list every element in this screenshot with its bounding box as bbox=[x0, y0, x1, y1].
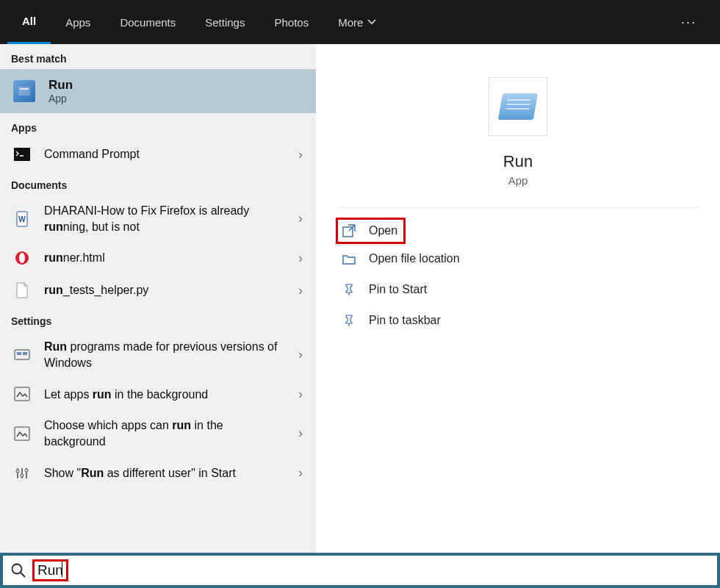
pin-icon bbox=[341, 312, 357, 329]
chevron-right-icon: › bbox=[298, 251, 303, 266]
svg-point-16 bbox=[12, 564, 22, 574]
best-match-item[interactable]: Run App bbox=[0, 69, 316, 113]
svg-point-12 bbox=[16, 470, 19, 473]
divider bbox=[338, 207, 698, 208]
tab-documents[interactable]: Documents bbox=[105, 0, 190, 44]
run-app-icon bbox=[13, 80, 35, 102]
section-settings: Settings bbox=[0, 306, 316, 331]
result-setting-2[interactable]: Choose which apps can run in the backgro… bbox=[0, 410, 316, 456]
section-apps: Apps bbox=[0, 113, 316, 138]
text-caret bbox=[62, 562, 62, 577]
chevron-right-icon: › bbox=[298, 147, 303, 162]
open-icon bbox=[341, 223, 357, 239]
action-label: Open file location bbox=[369, 252, 460, 265]
tab-more-label: More bbox=[338, 16, 363, 29]
compat-icon bbox=[13, 346, 31, 364]
svg-rect-9 bbox=[23, 352, 27, 355]
result-document-2[interactable]: run_tests_helper.py › bbox=[0, 274, 316, 306]
detail-app-icon bbox=[489, 77, 547, 136]
word-doc-icon: W bbox=[13, 210, 31, 228]
svg-rect-10 bbox=[15, 387, 29, 401]
result-setting-1[interactable]: Let apps run in the background › bbox=[0, 378, 316, 410]
background-apps-icon bbox=[13, 425, 31, 442]
detail-kind: App bbox=[316, 174, 720, 187]
search-icon bbox=[10, 562, 26, 578]
terminal-icon bbox=[13, 146, 31, 163]
svg-point-14 bbox=[25, 469, 28, 472]
background-apps-icon bbox=[13, 385, 31, 403]
action-pin-taskbar[interactable]: Pin to taskbar bbox=[336, 305, 699, 336]
detail-name: Run bbox=[316, 152, 720, 171]
detail-panel: Run App Open Open file location bbox=[316, 44, 720, 553]
tab-apps[interactable]: Apps bbox=[51, 0, 105, 44]
result-label: Show "Run as different user" in Start bbox=[44, 465, 285, 481]
result-label: Command Prompt bbox=[44, 146, 285, 162]
action-label: Pin to taskbar bbox=[369, 314, 441, 327]
svg-text:W: W bbox=[18, 215, 26, 223]
action-label: Open bbox=[369, 224, 397, 237]
chevron-right-icon: › bbox=[298, 426, 303, 441]
svg-rect-1 bbox=[20, 88, 29, 90]
result-label: Run programs made for previous versions … bbox=[44, 339, 285, 370]
search-query: Run bbox=[32, 559, 68, 581]
result-label: Let apps run in the background bbox=[44, 387, 285, 403]
more-options-button[interactable]: ··· bbox=[665, 15, 713, 30]
result-label: runner.html bbox=[44, 250, 285, 266]
tab-all[interactable]: All bbox=[7, 0, 51, 44]
chevron-down-icon bbox=[367, 18, 376, 26]
chevron-right-icon: › bbox=[298, 211, 303, 226]
result-setting-3[interactable]: Show "Run as different user" in Start › bbox=[0, 457, 316, 490]
result-setting-0[interactable]: Run programs made for previous versions … bbox=[0, 331, 316, 378]
svg-point-6 bbox=[19, 253, 25, 263]
chevron-right-icon: › bbox=[298, 465, 303, 481]
sliders-icon bbox=[13, 465, 31, 482]
action-open[interactable]: Open bbox=[336, 218, 405, 243]
best-match-title: Run bbox=[48, 78, 73, 93]
search-bar[interactable]: Run bbox=[0, 553, 720, 588]
pin-icon bbox=[341, 282, 357, 298]
chevron-right-icon: › bbox=[298, 347, 303, 362]
svg-point-13 bbox=[21, 474, 24, 477]
results-panel: Best match Run App Apps Command Prompt ›… bbox=[0, 44, 316, 553]
chevron-right-icon: › bbox=[298, 387, 303, 402]
action-pin-start[interactable]: Pin to Start bbox=[336, 274, 699, 305]
tab-more[interactable]: More bbox=[323, 0, 391, 44]
result-document-0[interactable]: W DHARANI-How to Fix Firefox is already … bbox=[0, 196, 316, 242]
svg-rect-11 bbox=[15, 427, 29, 440]
tab-settings[interactable]: Settings bbox=[190, 0, 259, 44]
chevron-right-icon: › bbox=[298, 283, 303, 298]
result-label: Choose which apps can run in the backgro… bbox=[44, 417, 285, 449]
result-document-1[interactable]: runner.html › bbox=[0, 242, 316, 274]
svg-rect-2 bbox=[14, 148, 30, 161]
action-label: Pin to Start bbox=[369, 283, 427, 296]
result-command-prompt[interactable]: Command Prompt › bbox=[0, 138, 316, 171]
result-label: run_tests_helper.py bbox=[44, 282, 285, 298]
result-label: DHARANI-How to Fix Firefox is already ru… bbox=[44, 203, 285, 234]
folder-icon bbox=[341, 251, 357, 267]
section-best-match: Best match bbox=[0, 44, 316, 69]
svg-rect-8 bbox=[17, 352, 21, 355]
action-open-file-location[interactable]: Open file location bbox=[336, 243, 699, 274]
tab-photos[interactable]: Photos bbox=[259, 0, 323, 44]
file-icon bbox=[13, 282, 31, 299]
svg-rect-0 bbox=[18, 87, 30, 96]
section-documents: Documents bbox=[0, 171, 316, 196]
tab-bar: All Apps Documents Settings Photos More … bbox=[0, 0, 720, 44]
opera-icon bbox=[13, 249, 31, 267]
best-match-subtitle: App bbox=[48, 93, 73, 104]
